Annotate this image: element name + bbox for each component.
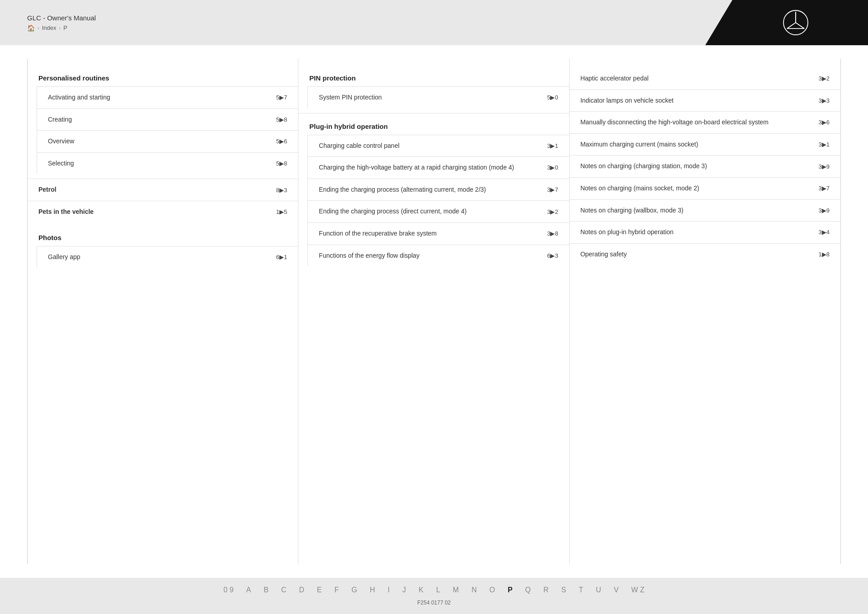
entry-label-notes-plugin: Notes on plug-in hybrid operation: [580, 228, 813, 237]
list-item[interactable]: Notes on charging (charging station, mod…: [570, 155, 840, 177]
alpha-o[interactable]: O: [489, 586, 495, 594]
index-grid: Personalised routines Activating and sta…: [27, 59, 841, 564]
alpha-c[interactable]: C: [281, 586, 287, 594]
entry-label-selecting: Selecting: [48, 159, 271, 168]
entry-page-selecting: 5▶8: [276, 160, 287, 167]
alpha-m[interactable]: M: [453, 586, 459, 594]
footer: 0 9 A B C D E F G H I J K L M N O P Q R …: [0, 578, 868, 614]
list-item[interactable]: Ending the charging process (alternating…: [308, 179, 569, 201]
list-item[interactable]: Operating safety 1▶8: [570, 243, 840, 265]
list-item[interactable]: Haptic accelerator pedal 3▶2: [570, 68, 840, 90]
list-item[interactable]: Creating 5▶8: [37, 109, 298, 131]
alpha-s[interactable]: S: [561, 586, 566, 594]
entry-page-notes-mains: 3▶7: [819, 185, 830, 192]
entry-label-indicator: Indicator lamps on vehicle socket: [580, 96, 813, 105]
header-logo-area: [705, 0, 868, 45]
alpha-wz[interactable]: W Z: [631, 586, 644, 594]
entry-label-system-pin: System PIN protection: [319, 93, 542, 102]
section-pets[interactable]: Pets in the vehicle 1▶5: [28, 201, 298, 223]
list-item[interactable]: Activating and starting 5▶7: [37, 86, 298, 109]
alpha-h[interactable]: H: [370, 586, 375, 594]
list-item[interactable]: Manually disconnecting the high-voltage …: [570, 111, 840, 133]
entry-label-manually: Manually disconnecting the high-voltage …: [580, 118, 813, 127]
list-item[interactable]: Ending the charging process (direct curr…: [308, 200, 569, 222]
entry-label-charging-hv: Charging the high-voltage battery at a r…: [319, 163, 542, 172]
entry-page-creating: 5▶8: [276, 116, 287, 123]
list-item[interactable]: Indicator lamps on vehicle socket 3▶3: [570, 90, 840, 112]
col-3: Haptic accelerator pedal 3▶2 Indicator l…: [570, 59, 840, 564]
list-item[interactable]: Notes on plug-in hybrid operation 3▶4: [570, 221, 840, 243]
alpha-09[interactable]: 0 9: [223, 586, 233, 594]
breadcrumb-sep-2: ›: [59, 25, 61, 31]
list-item[interactable]: Notes on charging (mains socket, mode 2)…: [570, 177, 840, 199]
alpha-p[interactable]: P: [508, 586, 513, 594]
alpha-j[interactable]: J: [402, 586, 406, 594]
section-pin-protection-heading: PIN protection: [298, 68, 569, 86]
entry-page-manually: 3▶6: [819, 119, 830, 126]
list-item[interactable]: Function of the recuperative brake syste…: [308, 222, 569, 245]
personalised-routines-sub: Activating and starting 5▶7 Creating 5▶8…: [37, 86, 298, 174]
entry-page-notes-station: 3▶9: [819, 163, 830, 170]
section-petrol-heading: Petrol: [38, 185, 271, 194]
home-icon[interactable]: 🏠: [27, 24, 35, 32]
alpha-u[interactable]: U: [596, 586, 601, 594]
footer-code: F254 0177 02: [417, 600, 451, 606]
section-photos-heading: Photos: [28, 227, 298, 246]
entry-page-notes-plugin: 3▶4: [819, 229, 830, 236]
list-item[interactable]: System PIN protection 5▶0: [308, 86, 569, 109]
main-content: Personalised routines Activating and sta…: [0, 45, 868, 578]
breadcrumb-index[interactable]: Index: [42, 24, 57, 31]
mercedes-logo: [782, 9, 809, 36]
alpha-t[interactable]: T: [579, 586, 583, 594]
alpha-n[interactable]: N: [472, 586, 477, 594]
entry-label-haptic: Haptic accelerator pedal: [580, 74, 813, 83]
entry-page-max-charging: 3▶1: [819, 141, 830, 148]
alpha-b[interactable]: B: [264, 586, 269, 594]
pin-protection-sub: System PIN protection 5▶0: [307, 86, 569, 109]
list-item[interactable]: Selecting 5▶8: [37, 152, 298, 175]
alpha-f[interactable]: F: [335, 586, 339, 594]
alpha-r[interactable]: R: [543, 586, 549, 594]
entry-label-gallery: Gallery app: [48, 253, 271, 262]
entry-label-notes-mains: Notes on charging (mains socket, mode 2): [580, 184, 813, 193]
entry-page-recuperative: 3▶8: [547, 230, 558, 237]
entry-page-notes-wallbox: 3▶9: [819, 207, 830, 214]
entry-label-ending-ac: Ending the charging process (alternating…: [319, 185, 542, 194]
section-petrol[interactable]: Petrol 8▶3: [28, 179, 298, 201]
header-left: GLC - Owner's Manual 🏠 › Index › P: [27, 14, 96, 32]
breadcrumb-sep-1: ›: [38, 25, 39, 31]
alpha-i[interactable]: I: [388, 586, 390, 594]
alpha-e[interactable]: E: [317, 586, 322, 594]
entry-label-notes-wallbox: Notes on charging (wallbox, mode 3): [580, 206, 813, 215]
list-item[interactable]: Charging the high-voltage battery at a r…: [308, 156, 569, 179]
list-item[interactable]: Gallery app 6▶1: [37, 246, 298, 268]
alpha-a[interactable]: A: [246, 586, 251, 594]
alpha-l[interactable]: L: [436, 586, 440, 594]
col-1: Personalised routines Activating and sta…: [28, 59, 298, 564]
entry-page-activating: 5▶7: [276, 94, 287, 101]
list-item[interactable]: Notes on charging (wallbox, mode 3) 3▶9: [570, 199, 840, 222]
entry-page-charging-cable: 3▶1: [547, 142, 558, 149]
alpha-q[interactable]: Q: [525, 586, 531, 594]
list-item[interactable]: Maximum charging current (mains socket) …: [570, 133, 840, 156]
photos-sub: Gallery app 6▶1: [37, 246, 298, 268]
alpha-g[interactable]: G: [352, 586, 357, 594]
entry-page-operating: 1▶8: [819, 251, 830, 258]
list-item[interactable]: Charging cable control panel 3▶1: [308, 135, 569, 157]
entry-label-ending-dc: Ending the charging process (direct curr…: [319, 207, 542, 216]
section-plugin-hybrid-heading: Plug-in hybrid operation: [298, 113, 569, 135]
entry-page-ending-ac: 3▶7: [547, 186, 558, 193]
entry-label-operating: Operating safety: [580, 250, 813, 259]
breadcrumb-page: P: [63, 24, 67, 31]
list-item[interactable]: Functions of the energy flow display 6▶3: [308, 245, 569, 267]
header: GLC - Owner's Manual 🏠 › Index › P: [0, 0, 868, 45]
col-2: PIN protection System PIN protection 5▶0…: [298, 59, 569, 564]
entry-label-activating: Activating and starting: [48, 93, 271, 102]
section-pets-page: 1▶5: [276, 208, 287, 215]
list-item[interactable]: Overview 5▶6: [37, 130, 298, 152]
entry-page-charging-hv: 3▶0: [547, 164, 558, 171]
alpha-v[interactable]: V: [614, 586, 619, 594]
alpha-d[interactable]: D: [299, 586, 305, 594]
entry-page-haptic: 3▶2: [819, 75, 830, 82]
alpha-k[interactable]: K: [419, 586, 424, 594]
